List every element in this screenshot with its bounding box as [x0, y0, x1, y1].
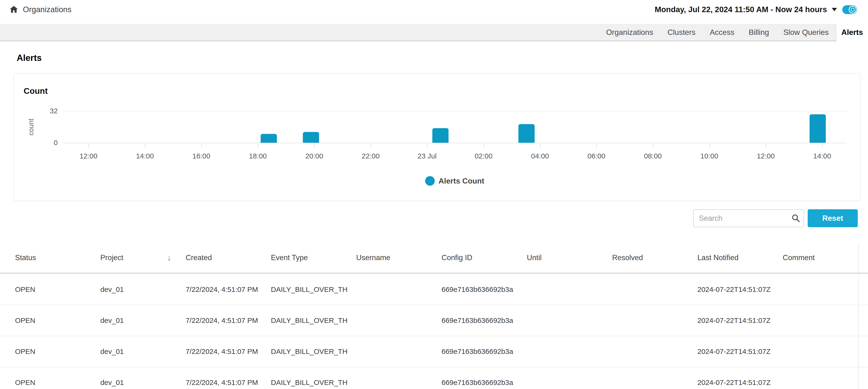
x-axis-tick: [653, 144, 653, 147]
table-cell: 2024-07-22T14:51:07Z: [698, 379, 783, 387]
table-header-row: Status Project ↓ Created Event Type User…: [0, 242, 868, 273]
x-axis-tick-label: 20:00: [305, 152, 323, 160]
table-cell: 7/22/2024, 4:51:07 PM: [186, 286, 271, 294]
table-cell: DAILY_BILL_OVER_TH: [271, 286, 356, 294]
y-axis-tick-label: 0: [39, 139, 58, 147]
chart-bar: [303, 132, 319, 143]
x-axis-tick: [89, 144, 89, 147]
column-header-created[interactable]: Created: [186, 253, 271, 262]
table-cell: DAILY_BILL_OVER_TH: [271, 317, 356, 325]
table-row[interactable]: OPENdev_017/22/2024, 4:51:07 PMDAILY_BIL…: [0, 274, 868, 305]
table-body: OPENdev_017/22/2024, 4:51:07 PMDAILY_BIL…: [0, 274, 868, 389]
breadcrumb-label[interactable]: Organizations: [23, 5, 71, 14]
x-axis-tick: [258, 144, 258, 147]
table-cell: 2024-07-22T14:51:07Z: [698, 286, 783, 294]
sort-descending-icon: ↓: [167, 253, 171, 263]
column-header-comment[interactable]: Comment: [783, 253, 868, 262]
refresh-icon: [849, 6, 857, 13]
column-header-config-id[interactable]: Config ID: [442, 253, 527, 262]
auto-refresh-toggle[interactable]: [842, 5, 857, 14]
table-cell: 2024-07-22T14:51:07Z: [698, 348, 783, 356]
chevron-down-icon: [832, 8, 837, 11]
table-cell: 669e7163b636692b3a: [442, 286, 527, 294]
breadcrumb[interactable]: Organizations: [9, 0, 71, 19]
x-axis-tick: [709, 144, 710, 147]
chart-legend[interactable]: Alerts Count: [63, 175, 846, 187]
x-axis-tick: [540, 144, 540, 147]
table-cell: 2024-07-22T14:51:07Z: [698, 317, 783, 325]
chart-card: Count count 32 0 Alerts Count 12:0014:00…: [13, 73, 861, 201]
chart-plot: [63, 111, 846, 143]
table-cell: 669e7163b636692b3a: [442, 348, 527, 356]
chart-bar: [432, 128, 448, 143]
search-input[interactable]: [693, 209, 804, 227]
table-cell: dev_01: [100, 317, 186, 325]
table-cell: OPEN: [15, 379, 100, 387]
table-cell: dev_01: [100, 379, 186, 387]
table-row[interactable]: OPENdev_017/22/2024, 4:51:07 PMDAILY_BIL…: [0, 367, 868, 389]
tab-access[interactable]: Access: [703, 24, 741, 40]
tab-billing[interactable]: Billing: [742, 24, 776, 40]
column-header-resolved[interactable]: Resolved: [612, 253, 698, 262]
table-cell: dev_01: [100, 348, 186, 356]
table-cell: 669e7163b636692b3a: [442, 379, 527, 387]
x-axis-tick: [484, 144, 484, 147]
table-cell: 669e7163b636692b3a: [442, 317, 527, 325]
top-bar: Organizations Monday, Jul 22, 2024 11:50…: [0, 0, 868, 24]
x-axis-tick: [822, 144, 823, 147]
column-header-project[interactable]: Project ↓: [100, 253, 186, 263]
table-cell: 7/22/2024, 4:51:07 PM: [186, 317, 271, 325]
x-axis-tick: [145, 144, 146, 147]
time-range-selector[interactable]: Monday, Jul 22, 2024 11:50 AM - Now 24 h…: [655, 0, 857, 19]
tab-organizations[interactable]: Organizations: [599, 24, 660, 40]
search-box: [693, 209, 804, 227]
x-axis-tick: [596, 144, 597, 147]
x-axis-tick: [314, 144, 315, 147]
table-row[interactable]: OPENdev_017/22/2024, 4:51:07 PMDAILY_BIL…: [0, 336, 868, 367]
column-header-until[interactable]: Until: [527, 253, 612, 262]
x-axis-tick-label: 02:00: [474, 152, 492, 160]
column-header-event-type[interactable]: Event Type: [271, 253, 356, 262]
table-scrollbar[interactable]: [859, 243, 859, 389]
x-axis-tick-label: 04:00: [531, 152, 549, 160]
table-cell: 7/22/2024, 4:51:07 PM: [186, 379, 271, 387]
table-cell: DAILY_BILL_OVER_TH: [271, 379, 356, 387]
table-cell: OPEN: [15, 348, 100, 356]
x-axis-tick: [766, 144, 766, 147]
page-title: Alerts: [17, 53, 42, 63]
tab-clusters[interactable]: Clusters: [660, 24, 703, 40]
chart-bar: [519, 124, 535, 143]
x-axis-tick-label: 22:00: [362, 152, 380, 160]
y-axis-title: count: [26, 112, 36, 143]
legend-label: Alerts Count: [438, 177, 484, 185]
column-header-last-notified[interactable]: Last Notified: [698, 253, 783, 262]
legend-marker: [425, 176, 435, 186]
x-axis-tick-label: 18:00: [249, 152, 267, 160]
column-header-status[interactable]: Status: [15, 253, 100, 262]
table-cell: OPEN: [15, 317, 100, 325]
x-axis-tick-label: 06:00: [588, 152, 606, 160]
time-range-label: Monday, Jul 22, 2024 11:50 AM - Now 24 h…: [655, 5, 827, 14]
table-cell: dev_01: [100, 286, 186, 294]
x-axis-tick-label: 16:00: [192, 152, 210, 160]
chart-bar: [261, 134, 277, 143]
x-axis-tick: [427, 144, 428, 147]
x-axis-tick-label: 08:00: [644, 152, 662, 160]
x-axis-tick-label: 12:00: [757, 152, 775, 160]
table-row[interactable]: OPENdev_017/22/2024, 4:51:07 PMDAILY_BIL…: [0, 305, 868, 336]
chart-bar: [810, 114, 826, 143]
x-axis-tick-label: 12:00: [80, 152, 97, 160]
table-cell: 7/22/2024, 4:51:07 PM: [186, 348, 271, 356]
x-axis-tick: [371, 144, 371, 147]
tab-bar: Organizations Clusters Access Billing Sl…: [0, 24, 868, 41]
search-icon: [791, 214, 800, 223]
x-axis-tick-label: 23 Jul: [417, 152, 437, 160]
reset-button[interactable]: Reset: [808, 209, 858, 227]
chart-title: Count: [24, 86, 48, 96]
home-icon[interactable]: [9, 5, 19, 14]
x-axis-tick-label: 14:00: [813, 152, 831, 160]
x-axis-tick-label: 14:00: [136, 152, 154, 160]
tab-alerts[interactable]: Alerts: [836, 24, 868, 42]
column-header-username[interactable]: Username: [356, 253, 442, 262]
tab-slow-queries[interactable]: Slow Queries: [776, 24, 836, 40]
